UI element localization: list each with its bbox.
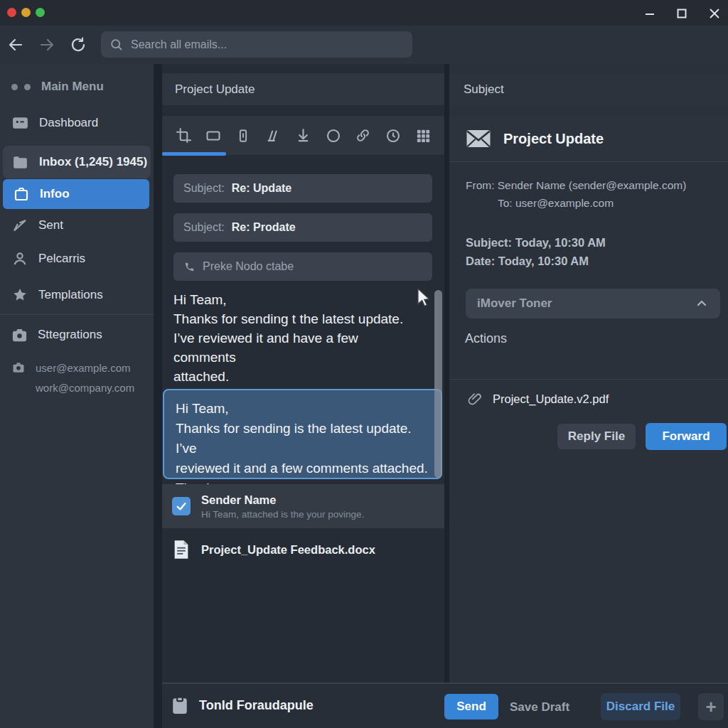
formatting-toolbar <box>162 116 444 155</box>
sidebar-item-inbox[interactable]: Inbox (1,245) 1945) <box>3 146 151 178</box>
actions-label: Actions <box>465 331 507 346</box>
account-label: user@example.com <box>36 362 131 374</box>
sidebar-item-label: Sttegrations <box>38 328 102 342</box>
draft-line: Hi Team, <box>173 290 422 309</box>
rectangle-icon[interactable] <box>203 126 223 146</box>
draft-message-text[interactable]: Hi Team, Thanks for sending t the latest… <box>173 290 422 386</box>
sender-list-item[interactable]: Sender Name Hi Team, attached is the you… <box>162 484 444 528</box>
circle-icon[interactable] <box>323 126 343 146</box>
attachment-pdf-row[interactable]: Project_Update.v2.pdf <box>449 387 728 410</box>
sidebar-item-sttegrations[interactable]: Sttegrations <box>0 324 154 346</box>
search-input[interactable] <box>129 38 404 52</box>
field-value: Re: Update <box>232 182 291 195</box>
send-button[interactable]: Send <box>444 694 498 719</box>
close-button[interactable] <box>707 6 722 21</box>
sidebar-account-user[interactable]: user@example.com <box>0 358 154 378</box>
attachment-docx-name: Project_Update Feedback.docx <box>201 543 375 557</box>
forward-button[interactable]: Forward <box>646 423 727 450</box>
sender-checkbox[interactable] <box>172 497 191 515</box>
person-icon <box>11 250 28 267</box>
composer-column: Project Update <box>162 64 444 682</box>
sidebar-item-sent[interactable]: Sent <box>0 215 154 236</box>
reader-header: Subject <box>449 73 728 105</box>
camera-icon <box>11 327 28 343</box>
menu-dot-icon <box>11 84 18 90</box>
folder-icon <box>11 154 29 171</box>
date-meta-line: Date: Today, 10:30 AM <box>466 255 589 268</box>
maximize-button[interactable] <box>674 6 690 21</box>
phone-icon <box>183 261 196 273</box>
toolbar-active-indicator <box>162 152 226 156</box>
send-icon <box>11 217 28 234</box>
footer-compose-label: Tonld Foraudapule <box>199 698 314 713</box>
save-draft-button[interactable]: Save Draft <box>510 700 569 714</box>
camera-icon <box>11 360 26 375</box>
discard-file-label: Discard File <box>606 700 675 714</box>
attachment-docx-row[interactable]: Project_Update Feedback.docx <box>162 537 444 562</box>
download-arrow-icon[interactable] <box>294 126 314 146</box>
composer-header: Project Update <box>162 73 444 105</box>
document-icon <box>173 540 190 560</box>
subject-field-2[interactable]: Subject: Re: Prodate <box>173 213 432 242</box>
sidebar-divider <box>0 314 154 315</box>
sidebar-item-label: Inbox (1,245) 1945) <box>39 155 147 169</box>
reader-column: Subject Project Update From: Sender Name… <box>449 64 728 682</box>
reader-divider <box>449 379 728 380</box>
reply-file-label: Reply File <box>568 429 625 444</box>
sidebar-item-label: Templations <box>38 288 103 302</box>
discard-file-button[interactable]: Discard File <box>601 693 680 720</box>
italic-icon[interactable] <box>263 126 283 146</box>
forward-label: Forward <box>662 429 710 444</box>
traffic-light-maximize-icon[interactable] <box>36 8 45 17</box>
crop-icon[interactable] <box>173 126 193 146</box>
envelope-icon <box>466 129 491 149</box>
title-bar <box>0 0 728 26</box>
traffic-light-minimize-icon[interactable] <box>21 8 31 17</box>
field-value: Preke Nodo ctabe <box>203 260 294 273</box>
mobile-icon[interactable] <box>233 126 253 146</box>
email-title: Project Update <box>503 131 604 147</box>
sidebar-item-templations[interactable]: Templations <box>0 284 154 306</box>
send-label: Send <box>456 700 486 714</box>
add-button[interactable]: + <box>698 693 724 720</box>
field-label: Subject: <box>183 221 225 234</box>
footer-bar: Tonld Foraudapule Send Save Draft Discar… <box>162 682 728 728</box>
grid-icon[interactable] <box>413 126 433 146</box>
back-icon[interactable] <box>7 36 24 53</box>
search-icon <box>109 38 123 51</box>
app-window: Main Menu Dashboard Inbox (1,245) 1945) … <box>0 0 728 728</box>
main-menu-label: Main Menu <box>41 80 104 94</box>
briefcase-icon <box>13 186 30 203</box>
minimize-button[interactable] <box>642 6 658 21</box>
reader-header-title: Subject <box>464 82 504 97</box>
traffic-light-close-icon[interactable] <box>7 8 16 17</box>
footer-compose-field[interactable]: Tonld Foraudapule <box>171 695 314 716</box>
forward-icon[interactable] <box>38 36 55 53</box>
link-icon[interactable] <box>353 126 373 146</box>
sidebar-account-work[interactable]: work@company.com <box>0 378 154 397</box>
field-value: Re: Prodate <box>232 221 296 234</box>
sidebar-item-label: Pelcarris <box>38 252 85 266</box>
draft-line: attached. <box>173 367 422 386</box>
reply-file-button[interactable]: Reply File <box>557 424 636 449</box>
reply-line: Hi Team, <box>176 399 429 419</box>
sidebar-item-pelcarris[interactable]: Pelcarris <box>0 248 154 269</box>
mover-dropdown[interactable]: iMover Toner <box>466 289 720 318</box>
attachment-pdf-name: Project_Update.v2.pdf <box>493 392 609 406</box>
sidebar-item-dashboard[interactable]: Dashboard <box>0 112 154 134</box>
composer-scrollbar[interactable] <box>434 290 442 478</box>
dashboard-icon <box>11 114 29 132</box>
subject-meta-line: Subject: Today, 10:30 AM <box>466 236 606 250</box>
extra-field[interactable]: Preke Nodo ctabe <box>173 252 432 281</box>
sender-preview: Hi Team, attached is the your povinge. <box>201 509 364 520</box>
clock-icon[interactable] <box>383 126 403 146</box>
selected-reply-box[interactable]: Hi Team, Thanks for sending is the lates… <box>163 389 442 479</box>
refresh-icon[interactable] <box>70 36 87 53</box>
reply-line: reviewed it and a few comments attached. <box>176 459 429 478</box>
account-label: work@company.com <box>36 382 134 394</box>
sidebar-item-info-selected[interactable]: Infoo <box>3 179 149 209</box>
reply-line: Thanks for sending is the latest update.… <box>176 419 429 459</box>
search-bar[interactable] <box>101 31 412 58</box>
subject-field-1[interactable]: Subject: Re: Update <box>173 174 432 203</box>
sidebar: Main Menu Dashboard Inbox (1,245) 1945) … <box>0 64 154 728</box>
